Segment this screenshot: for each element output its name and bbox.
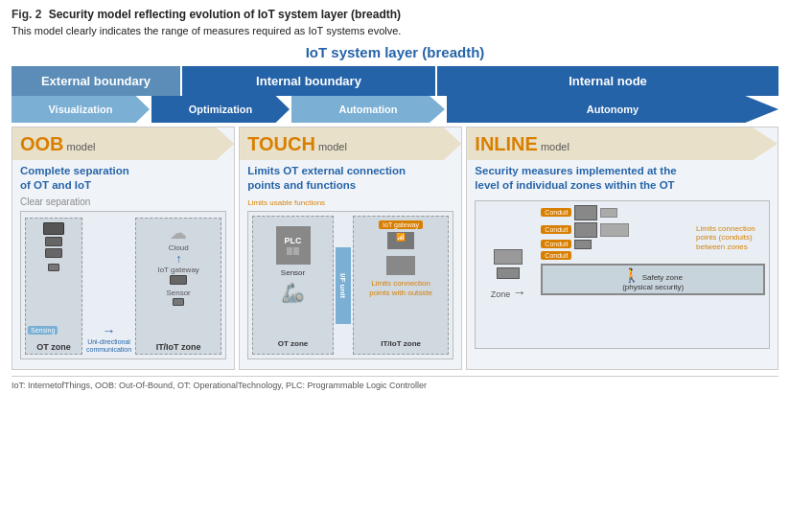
- it-iot-zone-label: IT/IoT zone: [136, 342, 221, 352]
- zone-label-inline: Zone: [491, 289, 511, 299]
- conduit-badge-1: Conduit: [541, 208, 571, 217]
- fig-description: This model clearly indicates the range o…: [12, 25, 778, 36]
- inline-model-label: model: [541, 141, 569, 152]
- gw-device-box: [386, 256, 415, 275]
- gw-device: [170, 275, 187, 285]
- ot-device-1: [43, 222, 64, 235]
- inline-model-description: Security measures implemented at the lev…: [467, 160, 778, 195]
- header-external-boundary: External boundary: [12, 66, 180, 96]
- touch-model-body: Limits usable functions PLC: [240, 195, 461, 370]
- touch-model-description: Limits OT external connection points and…: [240, 160, 461, 195]
- cloud-icon: ☁: [170, 222, 187, 243]
- conduit-badge-4: Conduit: [541, 251, 571, 260]
- touch-sensor-label: Sensor: [281, 268, 305, 277]
- oob-it-iot-zone: ☁ Cloud ↑ IoT gateway Sensor IT/IoT zone: [135, 218, 221, 355]
- inline-model-header: INLINE model: [467, 127, 778, 160]
- oob-direction-arrow: →: [103, 323, 116, 338]
- inline-model-name: INLINE: [475, 133, 538, 155]
- touch-it-iot-label: IT/IoT zone: [381, 339, 421, 350]
- header-internal-node: Internal node: [437, 66, 778, 96]
- sensor-label: Sensor: [166, 289, 190, 298]
- touch-ot-zone: PLC Sensor 🦾 OT zone: [252, 216, 334, 355]
- conduit-badge-3: Conduit: [541, 240, 571, 248]
- oob-sub-label: Clear separation: [20, 197, 226, 207]
- inline-device-mid: [497, 267, 520, 279]
- gateway-box: 📶: [387, 232, 414, 249]
- touch-diagram: PLC Sensor 🦾 OT zone: [247, 211, 453, 359]
- ot-device-3: [45, 248, 62, 258]
- arrow-automation: Automation: [291, 96, 445, 123]
- conduit-device-2: [574, 222, 597, 238]
- arrow-visualization: Visualization: [12, 96, 150, 123]
- inline-right-panel: Conduit Conduit Conduit: [541, 205, 765, 344]
- arrow-row: Visualization Optimization Automation Au…: [12, 96, 778, 123]
- gateway-badge: IoT gateway: [379, 220, 423, 229]
- fig-title: Fig. 2 Security model reflecting evoluti…: [12, 8, 778, 21]
- oob-diagram: Sensing OT zone → Uni-directional commun…: [20, 211, 226, 359]
- oob-model-section: OOB model Complete separation of OT and …: [12, 127, 235, 370]
- gateway-label: IoT gateway: [157, 266, 198, 275]
- models-container: OOB model Complete separation of OT and …: [12, 127, 778, 370]
- ot-device-4: [48, 264, 59, 271]
- oob-model-body: Clear separation Sensing: [12, 195, 234, 369]
- touch-model-label: model: [318, 141, 347, 152]
- sensor-device: [173, 298, 184, 306]
- header-row: External boundary Internal boundary Inte…: [12, 66, 778, 96]
- touch-sub-label: Limits usable functions: [247, 198, 453, 208]
- oob-unidir-label: Uni-directional communication: [86, 338, 131, 355]
- conduit-row-4: Conduit: [541, 251, 765, 260]
- inline-diagram: Zone → Conduit Con: [475, 200, 770, 349]
- touch-it-iot-zone: IoT gateway 📶 Limits connection points w…: [353, 216, 449, 355]
- if-unit-label: I/F unit: [338, 273, 347, 298]
- ot-zone-label: OT zone: [26, 342, 81, 352]
- footer-note: IoT: InternetofThings, OOB: Out-Of-Bound…: [12, 376, 778, 390]
- header-internal-boundary: Internal boundary: [182, 66, 435, 96]
- ot-devices: [43, 222, 64, 271]
- touch-model-name: TOUCH: [247, 133, 315, 155]
- conduit-extra-1: [600, 208, 617, 218]
- plc-label: PLC: [285, 236, 302, 245]
- touch-ot-zone-label: OT zone: [278, 339, 309, 350]
- inline-model-section: INLINE model Security measures implement…: [466, 127, 778, 370]
- oob-model-label: model: [67, 141, 96, 152]
- conduit-extra-2: [600, 223, 629, 237]
- up-arrow: ↑: [175, 252, 181, 266]
- sensing-badge: Sensing: [28, 326, 58, 335]
- if-unit: I/F unit: [336, 247, 351, 324]
- fig-number: Fig. 2: [12, 8, 41, 21]
- oob-model-description: Complete separation of OT and IoT: [12, 160, 234, 195]
- plc-box: PLC: [276, 226, 311, 265]
- touch-annot: Limits connection points with outside: [369, 279, 432, 297]
- cloud-label: Cloud: [169, 243, 189, 253]
- ot-device-2: [45, 237, 62, 246]
- inline-model-body: Zone → Conduit Con: [467, 195, 778, 359]
- oob-model-header: OOB model: [12, 127, 234, 160]
- oob-ot-zone: Sensing OT zone: [25, 218, 82, 355]
- touch-model-header: TOUCH model: [240, 127, 461, 160]
- safety-zone: 🚶 Safety zone (physical security): [541, 264, 765, 295]
- conduit-device-3: [574, 240, 592, 249]
- robot-icon: 🦾: [281, 281, 305, 304]
- inline-device-top: [494, 249, 523, 265]
- conduit-device-1: [574, 205, 597, 220]
- touch-model-section: TOUCH model Limits OT external connectio…: [239, 127, 462, 370]
- safety-person-icon: 🚶: [623, 267, 639, 283]
- arrow-optimization: Optimization: [151, 96, 290, 123]
- arrow-autonomy: Autonomy: [447, 96, 778, 123]
- inline-left-panel: Zone →: [479, 205, 537, 344]
- inline-annotation: Limits connection points (conduits) betw…: [696, 224, 763, 252]
- zone-text: Zone →: [491, 285, 526, 300]
- iot-system-title: IoT system layer (breadth): [12, 44, 778, 60]
- conduit-badge-2: Conduit: [541, 225, 571, 234]
- fig-title-text: Security model reflecting evolution of I…: [49, 8, 401, 21]
- oob-model-name: OOB: [20, 133, 64, 155]
- conduit-row-1: Conduit: [541, 205, 765, 220]
